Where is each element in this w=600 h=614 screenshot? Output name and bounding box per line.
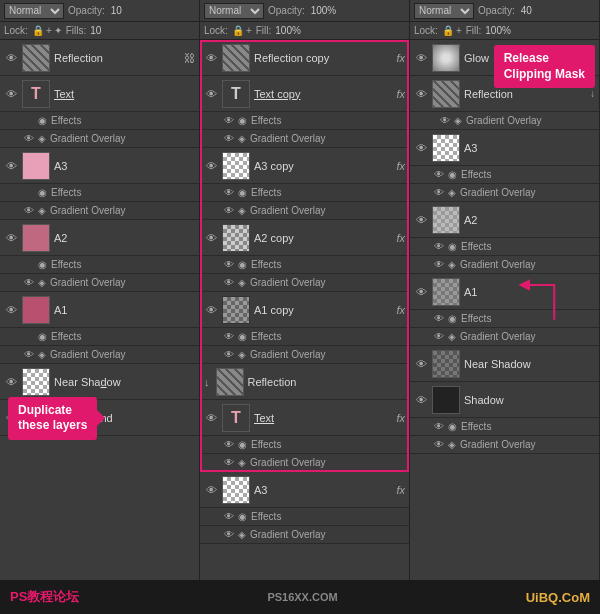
layer-a2-copy[interactable]: 👁 A2 copy fx (200, 220, 409, 256)
layer-gradient-sub: 👁◈ Gradient Overlay (410, 436, 599, 454)
layer-name: Shadow (464, 394, 504, 406)
layer-a3[interactable]: 👁 A3 (0, 148, 199, 184)
panel2-layer-list[interactable]: 👁 Reflection copy fx 👁 T Text copy fx 👁◉… (200, 40, 409, 580)
layer-effects-sub: ◉ Effects (0, 328, 199, 346)
layer-glow[interactable]: 👁 Glow ◉ (410, 40, 599, 76)
lock-icon-2[interactable]: + (246, 25, 252, 36)
layer-name: Reflection (464, 88, 513, 100)
panel1-toolbar: Normal Opacity: 10 (0, 0, 199, 22)
layer-a2[interactable]: 👁 A2 (0, 220, 199, 256)
sub-label: Effects (51, 187, 81, 198)
panel3-layer-list[interactable]: 👁 Glow ◉ 👁 Reflection ↓ 👁◈ Gra (410, 40, 599, 580)
eye-icon[interactable]: 👁 (204, 483, 218, 497)
eye-icon[interactable]: 👁 (204, 87, 218, 101)
eye-icon[interactable]: 👁 (4, 51, 18, 65)
layer-name: A3 (254, 484, 267, 496)
eye-icon[interactable]: 👁 (204, 159, 218, 173)
layer-a1-copy[interactable]: 👁 A1 copy fx (200, 292, 409, 328)
layer-gradient-sub: 👁 ◈ Gradient Overlay (0, 346, 199, 364)
layer-background[interactable]: 👁 Background (0, 400, 199, 436)
layer-effects-sub: 👁◉ Effects (200, 436, 409, 454)
layer-reflection-p3[interactable]: 👁 Reflection ↓ (410, 76, 599, 112)
effects-icon: ◉ (38, 187, 47, 198)
layer-info: A3 (254, 484, 394, 496)
layer-a3-p3[interactable]: 👁 A3 (410, 130, 599, 166)
lock-icon-3[interactable]: ✦ (54, 25, 62, 36)
lock-icon-1[interactable]: 🔒 (442, 25, 454, 36)
layer-a2-p3[interactable]: 👁 A2 (410, 202, 599, 238)
panel1-blend-mode[interactable]: Normal (4, 3, 64, 19)
sub-label: Effects (461, 169, 491, 180)
sub-label: Gradient Overlay (250, 277, 326, 288)
lock-icon-1[interactable]: 🔒 (32, 25, 44, 36)
lock-icon-2[interactable]: + (46, 25, 52, 36)
layer-gradient-sub: 👁◈ Gradient Overlay (200, 526, 409, 544)
layer-reflection2[interactable]: ↓ Reflection (200, 364, 409, 400)
layer-a1[interactable]: 👁 A1 (0, 292, 199, 328)
eye-icon[interactable]: 👁 (414, 357, 428, 371)
gradient-icon: ◈ (38, 205, 46, 216)
eye-icon[interactable]: 👁 (204, 411, 218, 425)
eye-icon[interactable]: 👁 (204, 303, 218, 317)
eye-icon[interactable]: 👁 (4, 231, 18, 245)
layer-thumb (22, 296, 50, 324)
sub-label: Effects (51, 259, 81, 270)
eye-icon[interactable]: 👁 (4, 87, 18, 101)
layer-name: A1 copy (254, 304, 294, 316)
eye-icon[interactable]: 👁 (414, 213, 428, 227)
fx-badge: fx (396, 304, 405, 316)
sub-label: Effects (461, 313, 491, 324)
layer-info: A3 (464, 142, 595, 154)
layer-near-shadow[interactable]: 👁 Near Shadow (0, 364, 199, 400)
layer-info: A3 copy (254, 160, 394, 172)
sub-label: Gradient Overlay (250, 205, 326, 216)
eye-icon[interactable]: 👁 (4, 375, 18, 389)
layer-text-copy[interactable]: 👁 T Text copy fx (200, 76, 409, 112)
watermark-left2: PS16XX.COM (267, 591, 337, 603)
layer-text[interactable]: 👁 T Text (0, 76, 199, 112)
eye-icon[interactable]: 👁 (414, 87, 428, 101)
layer-effects-sub: 👁◉ Effects (200, 328, 409, 346)
layer-text2[interactable]: 👁 T Text fx (200, 400, 409, 436)
panel2-blend-mode[interactable]: Normal (204, 3, 264, 19)
eye-icon[interactable]: 👁 (414, 285, 428, 299)
eye-icon[interactable]: 👁 (414, 141, 428, 155)
layer-reflection[interactable]: 👁 Reflection ⛓ (0, 40, 199, 76)
panel3-opacity-val: 40 (521, 5, 532, 16)
eye-icon[interactable]: 👁 (4, 303, 18, 317)
layer-info: A3 (54, 160, 195, 172)
sub-label: Gradient Overlay (460, 187, 536, 198)
layer-a3-2[interactable]: 👁 A3 fx (200, 472, 409, 508)
panel2-lock-label: Lock: (204, 25, 228, 36)
lock-icon-1[interactable]: 🔒 (232, 25, 244, 36)
eye-icon[interactable]: 👁 (4, 159, 18, 173)
layer-gradient-sub: 👁◈ Gradient Overlay (200, 454, 409, 472)
panel1-layer-list[interactable]: 👁 Reflection ⛓ 👁 T Text ◉ Effects (0, 40, 199, 580)
sub-eye: 👁 (24, 205, 36, 216)
layer-thumb: T (22, 80, 50, 108)
layer-near-shadow-p3[interactable]: 👁 Near Shadow (410, 346, 599, 382)
eye-icon[interactable]: 👁 (414, 393, 428, 407)
panel3-blend-mode[interactable]: Normal (414, 3, 474, 19)
layer-a1-p3[interactable]: 👁 A1 (410, 274, 599, 310)
eye-icon[interactable]: 👁 (414, 51, 428, 65)
panel1-lockbar: Lock: 🔒 + ✦ Fills: 10 (0, 22, 199, 40)
eye-icon[interactable]: 👁 (204, 51, 218, 65)
layer-shadow-p3[interactable]: 👁 Shadow (410, 382, 599, 418)
layer-gradient-sub: 👁◈ Gradient Overlay (410, 256, 599, 274)
layer-effects-sub: 👁◉ Effects (200, 112, 409, 130)
layer-name: Background (54, 412, 113, 424)
layer-effects-sub: ◉ Effects (0, 112, 199, 130)
layer-thumb (22, 152, 50, 180)
layer-a3-copy[interactable]: 👁 A3 copy fx (200, 148, 409, 184)
layer-name: Reflection (248, 376, 297, 388)
lock-icon-2[interactable]: + (456, 25, 462, 36)
layer-effects-sub: 👁◉ Effects (200, 508, 409, 526)
panel2-toolbar: Normal Opacity: 100% (200, 0, 409, 22)
eye-icon[interactable]: 👁 (204, 231, 218, 245)
layer-thumb (432, 134, 460, 162)
effects-icon: ◉ (38, 331, 47, 342)
eye-icon[interactable]: 👁 (4, 411, 18, 425)
layer-reflection-copy[interactable]: 👁 Reflection copy fx (200, 40, 409, 76)
fx-badge: fx (396, 52, 405, 64)
